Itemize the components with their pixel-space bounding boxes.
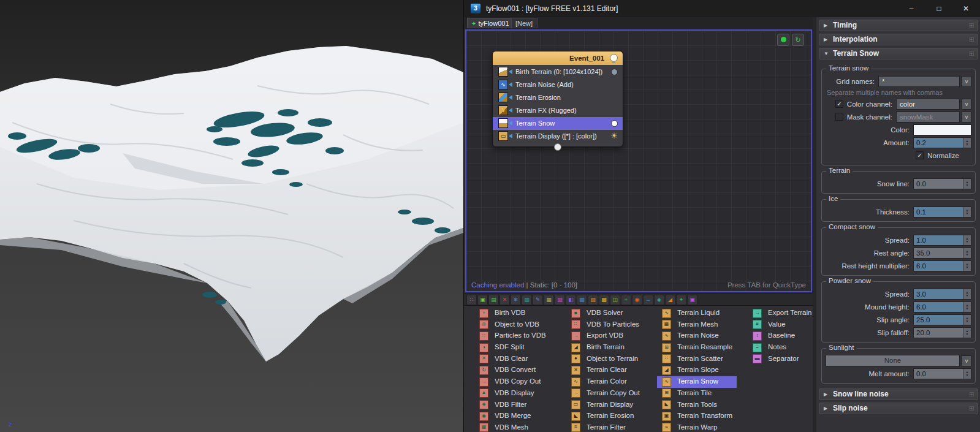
section-header[interactable]: ▶Slip noise⊞: [819, 403, 978, 414]
operator-item[interactable]: ▭Terrain Display: [566, 400, 646, 411]
operator-item[interactable]: ◉VDB Merge: [474, 411, 554, 422]
operator-item[interactable]: ✕Terrain Clear: [566, 365, 646, 376]
spinner-field[interactable]: 1.0▲▼: [913, 235, 971, 246]
toolbar-button-12[interactable]: ▧: [588, 295, 598, 305]
operator-item[interactable]: ⊞Terrain Tile: [657, 388, 737, 400]
spinner-arrows[interactable]: ▲▼: [963, 207, 971, 217]
spinner-arrows[interactable]: ▲▼: [963, 328, 971, 338]
operator-item[interactable]: ≈Terrain Warp: [657, 422, 737, 432]
operator-item[interactable]: ≡Terrain Filter: [566, 422, 646, 432]
spinner-field[interactable]: 0.2▲▼: [913, 137, 971, 148]
section-header[interactable]: ▶Interpolation⊞: [819, 34, 978, 45]
event-display-bulb-icon[interactable]: [610, 54, 618, 62]
operator-item[interactable]: ∷Terrain Scatter: [657, 354, 737, 365]
cache-state-button[interactable]: [777, 34, 789, 46]
toolbar-button-11[interactable]: ▦: [577, 295, 587, 305]
spinner-arrows[interactable]: ▲▼: [963, 138, 971, 148]
toolbar-button-6[interactable]: ▥: [522, 295, 532, 305]
operator-item[interactable]: ◎Object to VDB: [474, 319, 554, 331]
node-operator-row[interactable]: Terrain Snow: [493, 117, 623, 130]
sunlight-none-button[interactable]: None: [826, 355, 960, 366]
export-toggle-icon[interactable]: [611, 120, 618, 127]
operator-item[interactable]: →Export VDB: [566, 330, 646, 342]
operator-item[interactable]: ◑SDF Split: [474, 342, 554, 354]
param-input[interactable]: snowMask: [896, 112, 960, 123]
event-node-header[interactable]: Event_001: [493, 51, 623, 65]
spinner-arrows[interactable]: ▲▼: [963, 369, 971, 379]
section-header[interactable]: ▶Timing⊞: [819, 20, 978, 31]
export-toggle-icon[interactable]: [611, 69, 618, 75]
operator-item[interactable]: →Terrain Copy Out: [566, 388, 646, 400]
toolbar-button-10[interactable]: ◧: [566, 295, 576, 305]
spinner-field[interactable]: 3.0▲▼: [913, 289, 971, 300]
node-operator-row[interactable]: Terrain Erosion: [493, 91, 623, 104]
section-header[interactable]: ▶Snow line noise⊞: [819, 388, 978, 400]
toolbar-button-15[interactable]: +: [621, 295, 631, 305]
dropdown-button[interactable]: v: [962, 76, 971, 87]
viewport-3d[interactable]: z: [0, 0, 463, 432]
tab-tyflow001[interactable]: ✦tyFlow001: [467, 18, 514, 28]
operator-item[interactable]: ■VDB Solver: [566, 308, 646, 319]
spinner-arrows[interactable]: ▲▼: [963, 302, 971, 312]
operator-item[interactable]: ∿Terrain Liquid: [657, 308, 737, 319]
operator-item[interactable]: ◣Terrain Erosion: [566, 411, 646, 422]
color-swatch[interactable]: [913, 124, 971, 135]
node-operator-row[interactable]: ∿Terrain Noise (Add): [493, 78, 623, 91]
operator-item[interactable]: ◈VDB Filter: [474, 400, 554, 411]
spinner-arrows[interactable]: ▲▼: [963, 235, 971, 245]
operator-item[interactable]: →VDB Copy Out: [474, 376, 554, 388]
operator-item[interactable]: ◢Birth Terrain: [566, 342, 646, 354]
operator-item[interactable]: ↻VDB Convert: [474, 365, 554, 376]
toolbar-button-13[interactable]: ▩: [599, 295, 609, 305]
operator-item[interactable]: ∷VDB To Particles: [566, 319, 646, 331]
operator-item[interactable]: ∷Particles to VDB: [474, 330, 554, 342]
toolbar-button-8[interactable]: ▦: [544, 295, 554, 305]
toolbar-button-18[interactable]: ◈: [654, 295, 664, 305]
param-input[interactable]: *: [878, 76, 960, 87]
toolbar-button-2[interactable]: ▣: [477, 295, 488, 305]
toolbar-button-20[interactable]: ✦: [676, 295, 686, 305]
toolbar-button-1[interactable]: ∷: [466, 295, 477, 305]
node-operator-row[interactable]: Birth Terrain (0: [1024x1024]): [493, 66, 623, 78]
operator-item[interactable]: ◢Terrain Slope: [657, 365, 737, 376]
section-header[interactable]: ▼Terrain Snow⊞: [819, 48, 978, 59]
spinner-field[interactable]: 0.0▲▼: [913, 178, 971, 189]
operator-item[interactable]: ▲VDB Display: [474, 388, 554, 400]
minimize-button[interactable]: –: [898, 0, 925, 17]
operator-item[interactable]: #Value: [748, 319, 813, 331]
operator-item[interactable]: ∿Terrain Noise: [657, 330, 737, 342]
event-node[interactable]: Event_001 Birth Terrain (0: [1024x1024])…: [492, 51, 623, 147]
toolbar-button-5[interactable]: ❄: [511, 295, 521, 305]
toolbar-button-9[interactable]: ▨: [555, 295, 565, 305]
dropdown-button[interactable]: v: [962, 99, 971, 110]
spinner-field[interactable]: 25.0▲▼: [913, 314, 971, 325]
checkbox[interactable]: [835, 113, 843, 121]
refresh-button[interactable]: ↻: [792, 34, 804, 46]
operator-item[interactable]: ✕VDB Clear: [474, 354, 554, 365]
operator-item[interactable]: ↕Baseline: [748, 330, 813, 342]
spinner-field[interactable]: 20.0▲▼: [913, 327, 971, 338]
operator-item[interactable]: ∿Terrain Color: [566, 376, 646, 388]
spinner-arrows[interactable]: ▲▼: [963, 289, 971, 299]
close-button[interactable]: ✕: [952, 0, 979, 17]
maximize-button[interactable]: □: [925, 0, 952, 17]
operator-item[interactable]: →Export Terrain: [748, 308, 813, 319]
toolbar-button-17[interactable]: →: [643, 295, 653, 305]
operator-item[interactable]: ∿Terrain Snow: [657, 376, 737, 388]
toolbar-button-4[interactable]: ✕: [499, 295, 510, 305]
toolbar-button-16[interactable]: ◉: [632, 295, 642, 305]
operator-item[interactable]: ◣Terrain Tools: [657, 400, 737, 411]
operator-item[interactable]: ▦VDB Mesh: [474, 422, 554, 432]
spinner-arrows[interactable]: ▲▼: [963, 261, 971, 271]
tab-new[interactable]: [New]: [511, 18, 537, 28]
dropdown-button[interactable]: v: [962, 355, 971, 366]
operator-item[interactable]: ≡Notes: [748, 342, 813, 354]
toolbar-button-14[interactable]: ◫: [610, 295, 620, 305]
spinner-field[interactable]: 35.0▲▼: [913, 248, 971, 259]
spinner-arrows[interactable]: ▲▼: [963, 315, 971, 325]
node-operator-row[interactable]: ϟTerrain FX (Rugged): [493, 104, 623, 117]
node-editor-canvas[interactable]: ↻ Event_001 Birth Terrain (0: [1024x1024…: [465, 29, 812, 292]
spinner-arrows[interactable]: ▲▼: [963, 248, 971, 258]
operator-item[interactable]: ▦Terrain Mesh: [657, 319, 737, 331]
toolbar-button-3[interactable]: ▤: [488, 295, 499, 305]
